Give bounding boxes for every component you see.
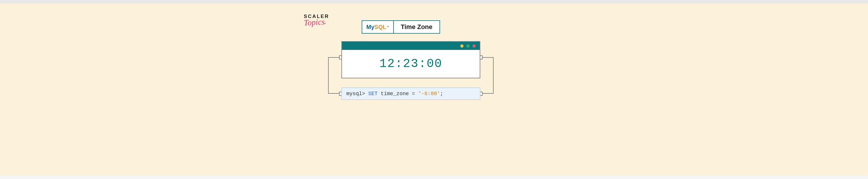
diagram-canvas: SCALER Topics MySQL™ Time Zone 12:23:00 …: [0, 3, 868, 176]
mysql-sql: SQL: [374, 24, 386, 30]
content-wrap: SCALER Topics MySQL™ Time Zone 12:23:00 …: [304, 3, 564, 176]
sql-value: '-6:00': [418, 91, 440, 97]
sql-var: time_zone =: [378, 91, 418, 97]
nub-icon: [480, 55, 483, 59]
sql-end: ;: [440, 91, 443, 97]
mysql-logo: MySQL™: [362, 21, 394, 33]
connector-right: [480, 57, 494, 94]
sql-keyword: SET: [368, 91, 378, 97]
terminal-window: 12:23:00: [341, 41, 480, 78]
mysql-tm: ™: [386, 26, 389, 28]
window-chrome: [342, 42, 480, 50]
window-dot-max: [466, 44, 470, 48]
connector-left: [328, 57, 342, 94]
nub-icon: [339, 55, 342, 59]
sql-code-box: mysql> SET time_zone = '-6:00';: [341, 87, 480, 100]
mysql-my: My: [366, 24, 374, 30]
sql-prompt: mysql>: [346, 91, 368, 97]
time-output: 12:23:00: [342, 50, 480, 78]
top-divider: [0, 0, 868, 3]
title-box: MySQL™ Time Zone: [362, 20, 440, 34]
window-dot-min: [460, 44, 464, 48]
title-text: Time Zone: [394, 21, 439, 33]
logo-line2: Topics: [304, 17, 325, 28]
scaler-topics-logo: SCALER Topics: [304, 14, 329, 27]
window-dot-close: [472, 44, 476, 48]
